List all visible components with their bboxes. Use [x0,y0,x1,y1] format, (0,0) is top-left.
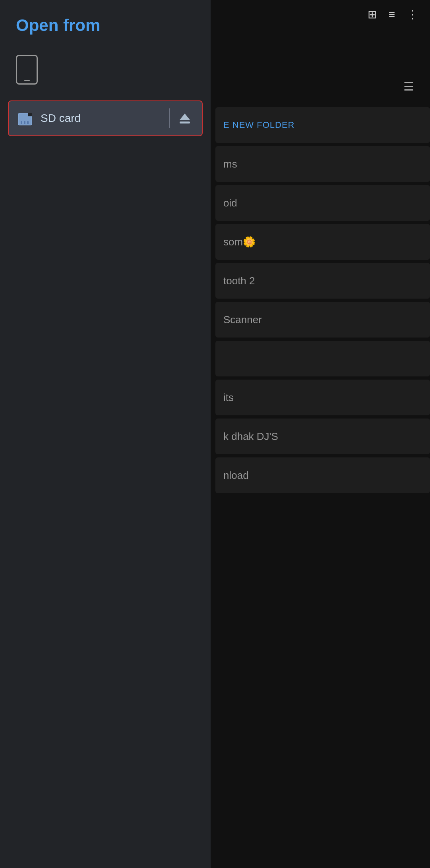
eject-button[interactable] [176,108,194,129]
folder-label: ms [223,158,237,170]
svg-rect-5 [24,121,25,124]
folder-label: Scanner [223,314,262,326]
panel-title: Open from [0,0,211,47]
folder-label: nload [223,469,249,482]
sd-card-item[interactable]: SD card [8,100,203,136]
bg-folder-list: E NEW FOLDER ms oid som🌼 tooth 2 Scanner… [215,107,430,493]
sd-card-label: SD card [41,112,81,125]
list-view-icon[interactable]: ☰ [403,79,414,93]
list-item[interactable]: k dhak DJ'S [215,419,430,454]
folder-label: oid [223,197,237,209]
folder-label: k dhak DJ'S [223,430,278,443]
phone-icon [16,55,38,85]
new-folder-toolbar-icon[interactable]: ⊞ [368,8,377,21]
open-from-panel: Open from SD card [0,0,211,868]
list-item[interactable]: tooth 2 [215,263,430,299]
bg-folder-new-folder[interactable]: E NEW FOLDER [215,107,430,143]
list-item[interactable] [215,341,430,376]
list-item[interactable]: its [215,380,430,415]
folder-label: its [223,392,234,404]
sort-toolbar-icon[interactable]: ≡ [389,8,395,21]
sd-card-divider [169,108,170,128]
svg-rect-4 [21,121,22,124]
eject-icon [179,112,191,125]
svg-rect-8 [180,122,190,123]
list-item[interactable]: nload [215,457,430,493]
list-item[interactable]: som🌼 [215,224,430,260]
list-item[interactable]: ms [215,146,430,182]
sd-card-left: SD card [17,110,163,127]
phone-storage-area[interactable] [0,47,211,96]
folder-label: tooth 2 [223,275,255,287]
folder-label: som🌼 [223,236,256,248]
svg-marker-7 [180,114,190,120]
svg-rect-6 [27,121,29,124]
list-item[interactable]: Scanner [215,302,430,338]
more-options-toolbar-icon[interactable]: ⋮ [407,8,418,21]
sd-card-icon [17,110,33,127]
new-folder-label: E NEW FOLDER [223,120,294,130]
toolbar: ⊞ ≡ ⋮ [368,8,418,21]
list-item[interactable]: oid [215,185,430,221]
